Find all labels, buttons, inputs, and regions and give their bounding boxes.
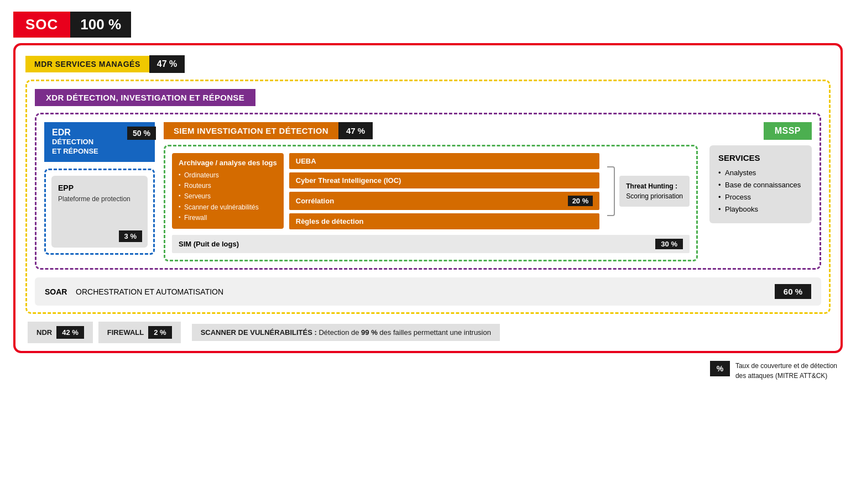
archivage-list: Ordinateurs Routeurs Serveurs Scanner de… (179, 170, 277, 223)
epp-title: EPP (58, 183, 141, 192)
threat-box: Threat Hunting : Scoring priorisation (619, 176, 690, 207)
soar-percent: 60 % (775, 284, 811, 299)
mssp-col: MSSP SERVICES Analystes Base de connaiss… (707, 122, 812, 223)
legend-text-line1: Taux de couverture et de détection (735, 362, 837, 370)
sim-percent: 30 % (655, 239, 683, 249)
epp-percent: 3 % (119, 230, 142, 242)
siem-bar-correlation-percent: 20 % (568, 196, 593, 206)
firewall-badge: FIREWALL 2 % (98, 322, 181, 343)
bracket-connector (607, 166, 615, 216)
scanner-label: SCANNER DE VULNÉRABILITÉS : (201, 328, 317, 337)
edr-percent-badge: 50 % (127, 127, 156, 140)
mdr-percent: 47 % (149, 55, 185, 73)
sim-row-label: SIM (Puit de logs) (179, 240, 655, 248)
firewall-label: FIREWALL (107, 328, 144, 337)
archivage-box: Archivage / analyse des logs Ordinateurs… (172, 153, 284, 229)
soc-percent: 100 % (70, 12, 131, 38)
archivage-item: Firewall (179, 213, 277, 223)
soar-row: SOAR ORCHESTRATION ET AUTOMATISATION 60 … (35, 277, 821, 306)
siem-bar-ueba-label: UEBA (296, 157, 316, 165)
legend-row: % Taux de couverture et de détection des… (13, 361, 843, 381)
bottom-row: NDR 42 % FIREWALL 2 % SCANNER DE VULNÉRA… (25, 322, 831, 343)
sim-row: SIM (Puit de logs) 30 % (172, 235, 690, 253)
mssp-services-title: SERVICES (718, 153, 803, 162)
soar-label: SOAR (45, 287, 67, 296)
siem-dashed-box: Archivage / analyse des logs Ordinateurs… (164, 145, 698, 261)
archivage-item: Scanner de vulnérabilités (179, 202, 277, 213)
legend-text-line2: des attaques (MITRE ATT&CK) (735, 372, 828, 380)
mssp-service-item: Base de connaissances (718, 179, 803, 191)
siem-bars-col: UEBA Cyber Threat Intelligence (IOC) Cor… (289, 153, 600, 229)
soar-subtitle-text: ORCHESTRATION ET AUTOMATISATION (76, 287, 223, 296)
siem-bar-ueba: UEBA (289, 153, 600, 169)
scanner-percent: 99 % (361, 328, 378, 337)
legend-text: Taux de couverture et de détection des a… (735, 361, 837, 381)
siem-col: SIEM INVESTIGATION ET DÉTECTION 47 % Arc… (164, 122, 698, 261)
siem-bar-cti-label: Cyber Threat Intelligence (IOC) (296, 176, 401, 185)
ndr-percent: 42 % (56, 326, 84, 339)
siem-content-row: Archivage / analyse des logs Ordinateurs… (172, 153, 690, 229)
xdr-subtitle: DÉTECTION, INVESTIGATION ET RÉPONSE (66, 93, 244, 102)
mdr-label-box: MDR SERVICES MANAGÉS (25, 56, 149, 72)
siem-header-row: SIEM INVESTIGATION ET DÉTECTION 47 % (164, 122, 698, 139)
outer-box: MDR SERVICES MANAGÉS 47 % XDR DÉTECTION,… (13, 43, 843, 353)
soc-header: SOC 100 % (13, 12, 843, 38)
soc-label: SOC (13, 12, 70, 38)
siem-label: SIEM INVESTIGATION ET DÉTECTION (164, 122, 338, 139)
page-wrapper: SOC 100 % MDR SERVICES MANAGÉS 47 % XDR … (13, 12, 843, 492)
edr-subtitle: DÉTECTION ET RÉPONSE (52, 138, 147, 156)
mdr-row: MDR SERVICES MANAGÉS 47 % (25, 55, 831, 73)
ndr-label: NDR (36, 328, 52, 337)
edr-header: 50 % EDR DÉTECTION ET RÉPONSE (44, 122, 155, 162)
archivage-item: Routeurs (179, 181, 277, 191)
legend-badge: % (710, 361, 730, 376)
archivage-item: Serveurs (179, 191, 277, 202)
soar-subtitle (69, 287, 74, 296)
soar-text: SOAR ORCHESTRATION ET AUTOMATISATION (45, 287, 775, 296)
mdr-inner: XDR DÉTECTION, INVESTIGATION ET RÉPONSE … (25, 80, 831, 314)
mdr-subtitle: SERVICES MANAGÉS (55, 60, 140, 69)
archivage-title: Archivage / analyse des logs (179, 159, 277, 167)
firewall-percent: 2 % (148, 326, 171, 339)
siem-bar-correlation-label: Corrélation (296, 197, 334, 205)
siem-percent: 47 % (338, 122, 373, 139)
ndr-badge: NDR 42 % (28, 322, 93, 343)
threat-title: Threat Hunting : (626, 181, 683, 191)
epp-box: EPP Plateforme de protection 3 % (51, 176, 148, 248)
mssp-service-item: Playbooks (718, 203, 803, 216)
siem-bar-regles: Règles de détection (289, 213, 600, 229)
mdr-label: MDR (34, 60, 55, 69)
mssp-services-list: Analystes Base de connaissances Process … (718, 167, 803, 216)
scanner-text: SCANNER DE VULNÉRABILITÉS : Détection de… (192, 324, 500, 341)
mssp-service-item: Analystes (718, 167, 803, 179)
siem-bar-cti: Cyber Threat Intelligence (IOC) (289, 172, 600, 188)
siem-bar-regles-label: Règles de détection (296, 217, 364, 225)
xdr-content-row: 50 % EDR DÉTECTION ET RÉPONSE EPP Platef… (44, 122, 812, 261)
scanner-text-before: Détection de (319, 328, 361, 337)
epp-subtitle: Plateforme de protection (58, 195, 141, 204)
xdr-label: XDR (46, 93, 66, 102)
scanner-suffix: des failles permettant une intrusion (379, 328, 491, 337)
edr-col: 50 % EDR DÉTECTION ET RÉPONSE EPP Platef… (44, 122, 155, 255)
archivage-item: Ordinateurs (179, 170, 277, 181)
threat-subtitle: Scoring priorisation (626, 191, 683, 201)
siem-bars-section: UEBA Cyber Threat Intelligence (IOC) Cor… (289, 153, 690, 229)
mssp-service-item: Process (718, 191, 803, 203)
siem-bar-correlation: Corrélation 20 % (289, 192, 600, 210)
mssp-label: MSSP (764, 122, 812, 140)
xdr-label-box: XDR DÉTECTION, INVESTIGATION ET RÉPONSE (35, 89, 255, 106)
edr-dashed-box: EPP Plateforme de protection 3 % (44, 169, 155, 255)
mssp-services-box: SERVICES Analystes Base de connaissances… (709, 145, 812, 223)
xdr-inner: 50 % EDR DÉTECTION ET RÉPONSE EPP Platef… (35, 113, 821, 270)
